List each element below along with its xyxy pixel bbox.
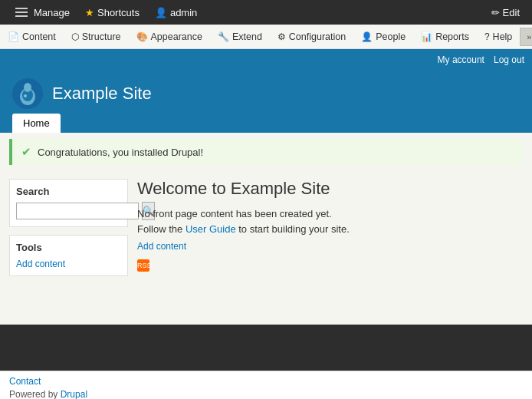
menu-item-reports[interactable]: 📊 Reports bbox=[413, 25, 477, 48]
menu-item-appearance-label: Appearance bbox=[151, 31, 202, 42]
menu-item-people-label: People bbox=[376, 31, 406, 42]
add-content-sidebar-link[interactable]: Add content bbox=[16, 259, 65, 269]
my-account-link[interactable]: My account bbox=[438, 54, 484, 65]
help-icon: ? bbox=[484, 31, 490, 42]
menu-item-help[interactable]: ? Help bbox=[477, 25, 520, 48]
menu-item-configuration-label: Configuration bbox=[289, 31, 346, 42]
messages-area: ✔ Congratulations, you installed Drupal! bbox=[0, 133, 532, 171]
home-tab[interactable]: Home bbox=[12, 114, 61, 133]
search-heading: Search bbox=[16, 186, 121, 197]
extend-icon: 🔧 bbox=[218, 31, 229, 42]
admin-toolbar: Manage ★ Shortcuts 👤 admin ✏ Edit bbox=[0, 0, 532, 25]
edit-button[interactable]: ✏ Edit bbox=[485, 4, 526, 21]
powered-text: Powered by bbox=[9, 389, 61, 399]
footer-powered: Powered by Drupal bbox=[9, 389, 523, 399]
search-block: Search 🔍 bbox=[9, 179, 128, 227]
sidebar: Search 🔍 Tools Add content bbox=[9, 179, 128, 317]
edit-label: Edit bbox=[503, 7, 520, 18]
add-content-link[interactable]: Add content bbox=[137, 239, 523, 253]
search-form: 🔍 bbox=[16, 202, 121, 220]
body-paragraph: No front page content has been created y… bbox=[137, 206, 523, 236]
success-message: ✔ Congratulations, you installed Drupal! bbox=[9, 139, 523, 165]
menu-right: » bbox=[520, 28, 532, 46]
menu-bar: 📄 Content ⬡ Structure 🎨 Appearance 🔧 Ext… bbox=[0, 25, 532, 49]
shortcuts-button[interactable]: ★ Shortcuts bbox=[79, 4, 146, 21]
svg-point-3 bbox=[24, 94, 27, 97]
menu-expand-button[interactable]: » bbox=[520, 28, 532, 46]
menu-item-people[interactable]: 👤 People bbox=[353, 25, 413, 48]
main-content: Search 🔍 Tools Add content Welcome to Ex… bbox=[0, 171, 532, 325]
success-message-text: Congratulations, you installed Drupal! bbox=[38, 147, 203, 158]
menu-item-extend[interactable]: 🔧 Extend bbox=[210, 25, 270, 48]
menu-item-extend-label: Extend bbox=[232, 31, 262, 42]
star-icon: ★ bbox=[85, 7, 94, 18]
nav-tabs: Home bbox=[0, 109, 532, 133]
body-text-2: Follow the bbox=[137, 223, 186, 235]
toolbar-right: ✏ Edit bbox=[485, 4, 526, 21]
search-input[interactable] bbox=[16, 203, 139, 219]
body-text-1: No front page content has been created y… bbox=[137, 208, 332, 219]
menu-item-help-label: Help bbox=[493, 31, 513, 42]
logout-link[interactable]: Log out bbox=[494, 54, 524, 65]
admin-user-button[interactable]: 👤 admin bbox=[149, 4, 203, 21]
toolbar-left: Manage ★ Shortcuts 👤 admin bbox=[6, 2, 203, 23]
configuration-icon: ⚙ bbox=[277, 31, 286, 42]
site-header: Example Site bbox=[0, 71, 532, 109]
menu-item-appearance[interactable]: 🎨 Appearance bbox=[129, 25, 210, 48]
contact-link[interactable]: Contact bbox=[9, 376, 523, 387]
menu-item-structure[interactable]: ⬡ Structure bbox=[64, 25, 129, 48]
user-bar: My account Log out bbox=[0, 49, 532, 71]
hamburger-icon bbox=[12, 5, 31, 20]
structure-icon: ⬡ bbox=[71, 31, 79, 42]
drupal-logo-icon bbox=[14, 80, 41, 107]
menu-item-configuration[interactable]: ⚙ Configuration bbox=[270, 25, 353, 48]
menu-item-structure-label: Structure bbox=[82, 31, 121, 42]
appearance-icon: 🎨 bbox=[136, 31, 148, 42]
footer: Contact Powered by Drupal bbox=[0, 371, 532, 399]
tools-heading: Tools bbox=[16, 242, 121, 253]
people-icon: 👤 bbox=[361, 31, 373, 42]
rss-icon[interactable]: RSS bbox=[137, 259, 149, 272]
footer-dark-area bbox=[0, 325, 532, 371]
admin-label: admin bbox=[170, 7, 197, 18]
user-icon: 👤 bbox=[155, 7, 167, 18]
drupal-link[interactable]: Drupal bbox=[61, 389, 87, 399]
site-name: Example Site bbox=[52, 84, 152, 104]
content-icon: 📄 bbox=[8, 31, 19, 42]
menu-item-content[interactable]: 📄 Content bbox=[0, 25, 64, 48]
checkmark-icon: ✔ bbox=[21, 145, 31, 159]
menu-items: 📄 Content ⬡ Structure 🎨 Appearance 🔧 Ext… bbox=[0, 25, 520, 48]
user-guide-link[interactable]: User Guide bbox=[186, 223, 236, 235]
site-logo bbox=[12, 78, 43, 109]
menu-item-reports-label: Reports bbox=[435, 31, 469, 42]
manage-button[interactable]: Manage bbox=[6, 2, 76, 23]
reports-icon: 📊 bbox=[421, 31, 432, 42]
page-title: Welcome to Example Site bbox=[137, 179, 523, 199]
menu-item-content-label: Content bbox=[22, 31, 56, 42]
body-text-3: to start building your site. bbox=[236, 223, 350, 235]
page-body: No front page content has been created y… bbox=[137, 206, 523, 272]
tools-block: Tools Add content bbox=[9, 235, 128, 276]
shortcuts-label: Shortcuts bbox=[97, 7, 140, 18]
pencil-icon: ✏ bbox=[491, 7, 500, 18]
manage-label: Manage bbox=[34, 7, 70, 18]
svg-point-2 bbox=[24, 83, 31, 92]
page-content: Welcome to Example Site No front page co… bbox=[137, 179, 523, 317]
